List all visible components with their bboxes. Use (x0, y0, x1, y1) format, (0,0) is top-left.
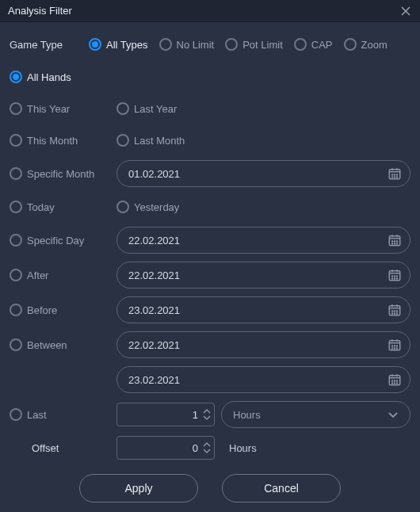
row-year: This Year Last Year (10, 97, 410, 120)
radio-before[interactable]: Before (10, 304, 105, 316)
radio-pot-limit[interactable]: Pot Limit (225, 38, 283, 51)
radio-last[interactable]: Last (10, 408, 105, 421)
svg-point-39 (391, 383, 392, 384)
radio-label: After (27, 269, 48, 281)
between-start-input[interactable]: 22.02.2021 (116, 331, 410, 358)
radio-label: Zoom (361, 39, 388, 51)
chevron-down-icon (203, 448, 211, 454)
date-value: 01.02.2021 (128, 168, 180, 180)
close-button[interactable] (398, 3, 414, 19)
svg-point-32 (391, 348, 392, 349)
radio-icon (10, 201, 22, 213)
chevron-up-icon (203, 441, 211, 448)
row-specific-day: Specific Day 22.02.2021 (10, 227, 410, 254)
after-input[interactable]: 22.02.2021 (116, 262, 410, 288)
date-value: 22.02.2021 (128, 339, 180, 351)
radio-no-limit[interactable]: No Limit (159, 38, 215, 51)
svg-point-29 (391, 346, 392, 346)
radio-cap[interactable]: CAP (294, 38, 333, 51)
cancel-button[interactable]: Cancel (222, 474, 341, 502)
radio-icon (10, 71, 22, 83)
radio-label: Pot Limit (242, 39, 283, 51)
radio-icon (10, 269, 22, 281)
radio-label: This Year (27, 103, 70, 115)
svg-point-30 (394, 346, 395, 346)
svg-point-3 (396, 174, 397, 175)
specific-day-input[interactable]: 22.02.2021 (116, 227, 410, 254)
specific-month-input[interactable]: 01.02.2021 (116, 160, 410, 187)
radio-label: Today (27, 201, 55, 213)
radio-specific-month[interactable]: Specific Month (10, 167, 105, 180)
between-end-input[interactable]: 23.02.2021 (116, 366, 410, 393)
radio-icon (10, 167, 22, 180)
row-between-start: Between 22.02.2021 (10, 331, 410, 358)
calendar-icon (388, 303, 402, 317)
row-last: Last 1 Hours (10, 401, 410, 428)
radio-icon (344, 38, 357, 51)
game-type-row: Game Type All Types No Limit Pot Limit C… (10, 38, 410, 51)
radio-all-hands[interactable]: All Hands (10, 71, 71, 83)
last-unit-select[interactable]: Hours (221, 401, 410, 428)
date-value: 23.02.2021 (128, 304, 180, 316)
svg-point-6 (396, 177, 397, 178)
svg-point-38 (396, 380, 397, 381)
close-icon (401, 6, 410, 16)
calendar-icon (388, 268, 402, 282)
svg-point-12 (394, 243, 395, 244)
radio-icon (116, 134, 129, 147)
chevron-down-icon (388, 411, 399, 418)
radio-this-year[interactable]: This Year (10, 102, 105, 115)
radio-icon (10, 408, 22, 421)
svg-point-37 (394, 380, 395, 381)
spinner-buttons[interactable] (203, 408, 211, 421)
radio-yesterday[interactable]: Yesterday (116, 201, 212, 213)
game-type-label: Game Type (10, 39, 89, 51)
date-value: 23.02.2021 (128, 374, 180, 386)
radio-icon (116, 201, 129, 213)
svg-point-24 (396, 311, 397, 311)
button-label: Apply (124, 482, 152, 495)
svg-point-20 (396, 278, 397, 279)
svg-point-18 (391, 278, 392, 279)
last-amount-input[interactable]: 1 (116, 403, 215, 426)
apply-button[interactable]: Apply (79, 474, 198, 502)
radio-label: Between (27, 339, 67, 351)
svg-point-33 (394, 348, 395, 349)
svg-point-19 (394, 278, 395, 279)
calendar-icon (388, 338, 402, 352)
row-today: Today Yesterday (10, 195, 410, 219)
chevron-down-icon (203, 415, 211, 421)
before-input[interactable]: 23.02.2021 (116, 296, 410, 323)
row-between-end: 23.02.2021 (10, 366, 410, 393)
radio-all-types[interactable]: All Types (89, 38, 148, 51)
radio-icon (89, 38, 101, 51)
radio-after[interactable]: After (10, 269, 105, 281)
radio-icon (294, 38, 307, 51)
radio-this-month[interactable]: This Month (10, 134, 105, 147)
radio-specific-day[interactable]: Specific Day (10, 234, 105, 246)
svg-point-26 (394, 313, 395, 314)
radio-label: CAP (311, 39, 333, 51)
row-before: Before 23.02.2021 (10, 296, 410, 323)
radio-icon (10, 234, 22, 246)
radio-label: Last Year (134, 103, 177, 115)
spinner-buttons[interactable] (203, 441, 211, 454)
offset-input[interactable]: 0 (116, 436, 215, 460)
svg-point-34 (396, 348, 397, 349)
svg-point-23 (394, 311, 395, 311)
date-value: 22.02.2021 (128, 235, 180, 246)
radio-icon (10, 304, 22, 316)
radio-last-month[interactable]: Last Month (116, 134, 212, 147)
radio-last-year[interactable]: Last Year (116, 102, 212, 115)
radio-zoom[interactable]: Zoom (344, 38, 388, 51)
row-specific-month: Specific Month 01.02.2021 (10, 160, 410, 187)
radio-label: This Month (27, 135, 78, 147)
radio-between[interactable]: Between (10, 338, 105, 351)
svg-point-36 (391, 380, 392, 381)
radio-icon (10, 134, 22, 147)
radio-label: Specific Day (27, 235, 84, 246)
radio-today[interactable]: Today (10, 201, 105, 213)
svg-point-25 (391, 313, 392, 314)
svg-point-4 (391, 177, 392, 178)
number-value: 1 (193, 409, 198, 421)
